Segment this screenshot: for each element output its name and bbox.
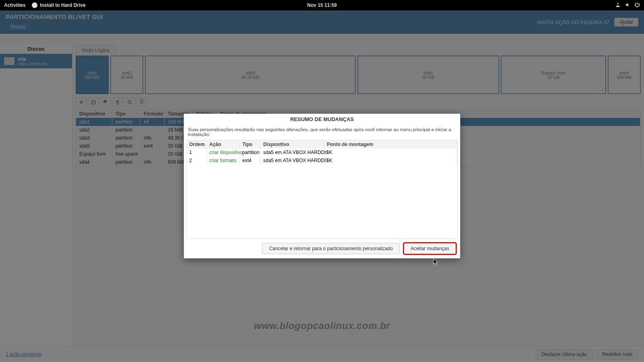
app-indicator-icon: [32, 2, 37, 8]
col-device2[interactable]: Dispositivo: [261, 140, 324, 148]
mcell-order: 2: [187, 156, 207, 165]
dialog-title: RESUMO DE MUDANÇAS: [184, 114, 460, 125]
accept-changes-button[interactable]: Aceitar mudanças: [404, 243, 456, 254]
col-type2[interactable]: Tipo: [240, 140, 261, 148]
mcell-action: criar formato: [207, 156, 240, 165]
gnome-topbar: Activities Install to Hard Drive Nov 15 …: [0, 0, 644, 10]
mcell-type: partition: [240, 148, 261, 156]
volume-icon[interactable]: [625, 2, 630, 9]
col-action[interactable]: Ação: [207, 140, 240, 148]
col-order[interactable]: Ordem: [187, 140, 207, 148]
changes-header-row: Ordem Ação Tipo Dispositivo Ponto de mon…: [187, 140, 457, 148]
mcell-device: sda5 em ATA VBOX HARDDISK: [261, 156, 324, 165]
changes-row[interactable]: 1criar dispositivopartitionsda5 em ATA V…: [187, 148, 457, 156]
changes-table: Ordem Ação Tipo Dispositivo Ponto de mon…: [186, 140, 458, 239]
changes-row[interactable]: 2criar formatoext4sda5 em ATA VBOX HARDD…: [187, 156, 457, 165]
mcell-type: ext4: [240, 156, 261, 165]
network-icon[interactable]: [615, 2, 621, 9]
col-mount2[interactable]: Ponto de montagem: [324, 140, 457, 148]
mcell-mount: /: [324, 156, 457, 165]
power-icon[interactable]: [634, 2, 640, 9]
topbar-app-name[interactable]: Install to Hard Drive: [40, 2, 85, 8]
activities-button[interactable]: Activities: [4, 2, 25, 8]
dialog-description: Suas personalizações resultarão nas segu…: [184, 125, 460, 140]
cancel-return-button[interactable]: Cancelar e retornar para o particionamen…: [262, 243, 400, 254]
mcell-action: criar dispositivo: [207, 148, 240, 156]
summary-of-changes-dialog: RESUMO DE MUDANÇAS Suas personalizações …: [184, 113, 460, 259]
mcell-device: sda5 em ATA VBOX HARDDISK: [261, 148, 324, 156]
topbar-clock[interactable]: Nov 15 11:59: [307, 2, 336, 8]
mcell-mount: /: [324, 148, 457, 156]
mcell-order: 1: [187, 148, 207, 156]
